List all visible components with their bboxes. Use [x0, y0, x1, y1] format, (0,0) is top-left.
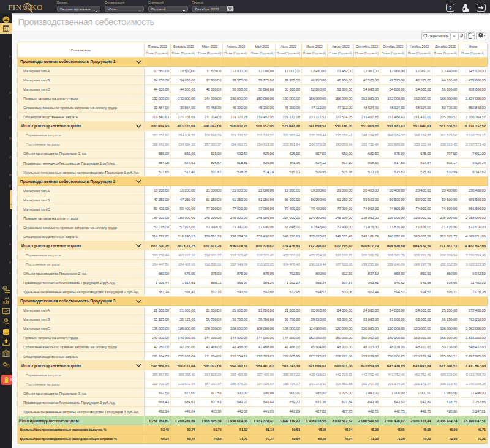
svg-text:F: F [26, 5, 28, 10]
